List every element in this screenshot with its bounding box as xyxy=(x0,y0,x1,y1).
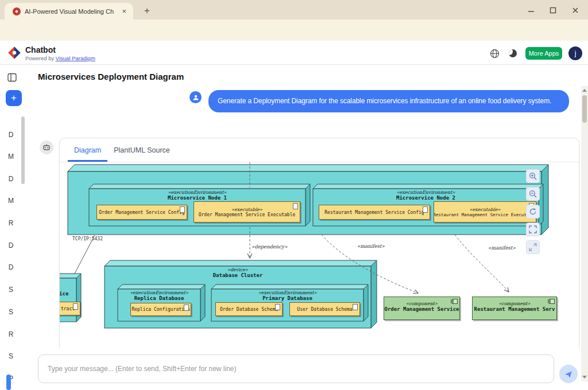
tab-title: AI-Powered Visual Modeling Ch xyxy=(25,8,119,15)
user-message-bubble: Generate a Deployment Diagram for the sc… xyxy=(208,90,569,112)
app-title: Chatbot xyxy=(25,45,56,54)
message-input[interactable] xyxy=(38,354,554,383)
person-icon xyxy=(192,94,199,101)
artifact-label: Order Management Service Config xyxy=(99,210,184,215)
edge-label-manifest-2: «manifest» xyxy=(488,245,516,251)
page-scrollbar[interactable] xyxy=(581,86,588,381)
sidebar-toggle-icon[interactable] xyxy=(7,73,17,82)
artifact-user-schema: User Database Schema xyxy=(289,302,360,316)
artifact-order-schema: Order Database Schema xyxy=(215,302,283,316)
more-apps-button[interactable]: More Apps xyxy=(525,47,562,60)
assistant-avatar xyxy=(40,141,53,154)
maximize-icon xyxy=(550,7,556,14)
artifact-oms-config: Order Management Service Config xyxy=(96,205,187,220)
artifact-label: Order Management Service Executable xyxy=(199,212,296,217)
artifact-label: tract xyxy=(61,306,75,311)
powered-by-prefix: Powered by xyxy=(25,55,54,61)
browser-toolbar: ← → ↻ ai-toolbox.visual-paradigm.com/app… xyxy=(0,20,588,41)
zoom-in-button[interactable] xyxy=(526,169,540,183)
new-chat-button[interactable]: + xyxy=(6,90,22,106)
tab-favicon-icon xyxy=(13,7,21,15)
diagram-canvas[interactable]: «executionEnvironment» Microservice Node… xyxy=(60,162,579,356)
sidebar-item[interactable]: D xyxy=(0,263,22,271)
sidebar-item[interactable]: R xyxy=(0,330,22,338)
component-restaurant-management: «component» Restaurant Management Serv xyxy=(472,297,557,320)
sidebar-item[interactable]: D xyxy=(0,241,22,249)
sidebar-item[interactable]: S xyxy=(0,286,22,294)
fullscreen-button[interactable] xyxy=(526,240,540,254)
component-stereotype: «component» xyxy=(473,301,556,306)
sidebar-item[interactable]: M xyxy=(0,153,22,161)
component-name: Restaurant Management Serv xyxy=(473,306,556,312)
sidebar-scrollbar-thumb[interactable] xyxy=(21,116,25,184)
component-stereotype: «component» xyxy=(384,301,459,306)
window-maximize-button[interactable] xyxy=(544,5,562,16)
artifact-rms-executable: «executable» Restaurant Management Servi… xyxy=(434,201,536,223)
page-scrollbar-thumb[interactable] xyxy=(582,95,587,123)
user-message-avatar xyxy=(189,91,202,103)
powered-by-text: Powered by Visual Paradigm xyxy=(25,55,95,61)
artifact-rms-config: Restaurant Management Service Config xyxy=(319,205,430,220)
component-order-management: «component» Order Management Service xyxy=(384,297,460,320)
language-globe-icon[interactable] xyxy=(490,49,500,58)
conversation-sidebar: + D M D M R D D S S R S P xyxy=(0,65,28,390)
visual-paradigm-link[interactable]: Visual Paradigm xyxy=(56,55,95,61)
sidebar-item[interactable]: D xyxy=(0,131,22,139)
artifact-label: Restaurant Management Service Executable xyxy=(434,212,536,217)
sidebar-item[interactable]: S xyxy=(0,352,22,360)
zoom-in-icon xyxy=(529,172,537,180)
message-input-panel xyxy=(28,348,581,390)
sidebar-item[interactable]: D xyxy=(0,175,22,183)
sidebar-active-indicator xyxy=(6,375,11,390)
browser-tab[interactable]: AI-Powered Visual Modeling Ch × xyxy=(5,3,133,20)
sidebar-item[interactable]: R xyxy=(0,219,22,227)
minimize-icon xyxy=(528,7,535,14)
component-icon xyxy=(548,299,555,304)
scroll-down-icon[interactable] xyxy=(582,376,587,379)
reset-zoom-button[interactable] xyxy=(526,205,540,219)
executable-stereotype: «executable» xyxy=(470,207,501,212)
scroll-up-icon[interactable] xyxy=(582,89,587,92)
page-title: Microservices Deployment Diagram xyxy=(38,72,184,81)
user-avatar[interactable]: j xyxy=(568,46,582,60)
send-plane-icon xyxy=(564,370,573,379)
tab-diagram[interactable]: Diagram xyxy=(68,138,107,162)
browser-tab-strip: AI-Powered Visual Modeling Ch × + xyxy=(0,0,588,20)
sidebar-item[interactable]: M xyxy=(0,197,22,205)
artifact-left-clipped: tract xyxy=(60,302,80,315)
artifact-replica-config: Replica Configuration xyxy=(130,303,191,316)
window-close-button[interactable] xyxy=(567,5,584,16)
window-minimize-button[interactable] xyxy=(523,5,540,16)
assistant-response-card: Diagram PlantUML Source xyxy=(59,138,579,356)
artifact-oms-executable: «executable» Order Management Service Ex… xyxy=(194,201,300,223)
artifact-label: Restaurant Management Service Config xyxy=(324,210,424,215)
edge-label-dependency: «dependency» xyxy=(252,244,287,249)
fit-screen-icon xyxy=(529,225,537,233)
artifact-label: Order Database Schema xyxy=(220,307,278,312)
bot-icon xyxy=(42,143,51,151)
new-tab-button[interactable]: + xyxy=(140,5,154,18)
send-button[interactable] xyxy=(559,365,578,383)
visual-paradigm-logo xyxy=(7,45,22,60)
zoom-out-icon xyxy=(529,190,537,198)
browser-window: AI-Powered Visual Modeling Ch × + ← → ↻ … xyxy=(0,0,588,390)
component-name: Order Management Service xyxy=(384,306,459,312)
artifact-label: Replica Configuration xyxy=(131,307,189,312)
artifact-label: User Database Schema xyxy=(297,307,352,312)
sidebar-item[interactable]: S xyxy=(0,308,22,316)
card-tabs: Diagram PlantUML Source xyxy=(60,138,579,162)
sidebar-item[interactable]: P xyxy=(0,375,22,383)
tab-close-icon[interactable]: × xyxy=(119,7,129,15)
fullscreen-icon xyxy=(529,243,537,251)
tab-plantuml-source[interactable]: PlantUML Source xyxy=(107,138,176,162)
close-icon xyxy=(572,7,579,14)
component-icon xyxy=(451,299,458,304)
reset-zoom-icon xyxy=(529,208,537,216)
zoom-out-button[interactable] xyxy=(526,187,540,201)
edge-label-tcp: TCP/IP:5432 xyxy=(72,236,103,241)
executable-stereotype: «executable» xyxy=(231,207,262,212)
edge-label-manifest-1: «manifest» xyxy=(357,243,385,249)
dark-mode-moon-icon[interactable] xyxy=(509,49,517,57)
app-header: Chatbot Powered by Visual Paradigm More … xyxy=(0,41,588,65)
fit-screen-button[interactable] xyxy=(526,223,540,236)
